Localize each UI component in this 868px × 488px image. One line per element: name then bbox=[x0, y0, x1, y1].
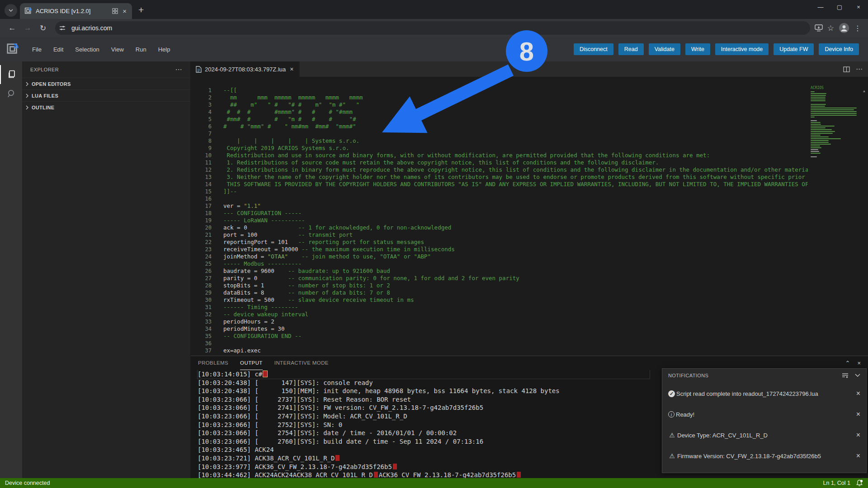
code-line: 20ack = 0 -- 1 for acknowledged, 0 for n… bbox=[191, 224, 808, 231]
line-number: 12 bbox=[191, 166, 212, 174]
install-app-icon[interactable] bbox=[815, 24, 823, 32]
code-line: 35-- CONFIGURATION END -- bbox=[191, 333, 808, 340]
editor-tab-close-icon[interactable]: × bbox=[289, 66, 294, 73]
minimap-line bbox=[811, 133, 833, 134]
browser-menu-icon[interactable]: ⋮ bbox=[854, 24, 862, 33]
notification-close-icon[interactable]: × bbox=[856, 389, 860, 398]
minimap-line bbox=[811, 111, 857, 112]
panel-tab-problems[interactable]: PROBLEMS bbox=[198, 356, 228, 370]
line-number: 22 bbox=[191, 239, 212, 246]
notification-close-icon[interactable]: × bbox=[856, 452, 860, 460]
browser-tab[interactable]: ACRIOS IDE [v1.2.0] × bbox=[20, 3, 132, 19]
menu-bar: FileEditSelectionViewRunHelp bbox=[27, 44, 175, 55]
write-button[interactable]: Write bbox=[685, 43, 710, 55]
notifications-title: NOTIFICATIONS bbox=[668, 373, 708, 378]
notification-close-icon[interactable]: × bbox=[856, 410, 860, 418]
minimap-line bbox=[811, 97, 826, 98]
code-text: ver = "1.1" bbox=[223, 202, 261, 210]
notification-item: ⚠Firmware Version: CV_FW_2.13.18-7-g42ab… bbox=[668, 446, 860, 466]
menu-view[interactable]: View bbox=[106, 44, 129, 55]
activity-explorer-button[interactable] bbox=[0, 65, 22, 84]
notification-item: ⚠Device Type: ACR_CV_101L_R_D× bbox=[668, 425, 860, 446]
disconnect-button[interactable]: Disconnect bbox=[574, 43, 613, 55]
line-number: 16 bbox=[191, 195, 212, 202]
minimap-line bbox=[811, 135, 821, 136]
clear-all-notifications-icon[interactable] bbox=[842, 373, 849, 378]
minimap[interactable]: ACRIOS bbox=[808, 77, 860, 356]
panel-close-icon[interactable]: × bbox=[857, 360, 861, 366]
notification-close-icon[interactable]: × bbox=[856, 431, 860, 439]
line-number: 28 bbox=[191, 282, 212, 289]
code-text: #mm# # # "m # # # "# bbox=[223, 116, 356, 123]
code-text: reportingPort = 101 -- reporting port fo… bbox=[223, 239, 424, 246]
info-icon: i bbox=[668, 411, 675, 418]
line-number: 4 bbox=[191, 108, 212, 116]
menu-file[interactable]: File bbox=[27, 44, 47, 55]
line-number: 21 bbox=[191, 231, 212, 239]
window-close-button[interactable]: × bbox=[849, 0, 868, 14]
notification-text: Firmware Version: CV_FW_2.13.18-7-g42ab7… bbox=[677, 453, 821, 460]
code-text: Copyright 2019 ACRIOS Systems s.r.o. bbox=[223, 145, 349, 152]
line-number: 1 bbox=[191, 87, 212, 94]
bookmark-star-icon[interactable]: ☆ bbox=[827, 23, 834, 33]
browser-toolbar-right: ☆ ⋮ bbox=[815, 23, 862, 33]
panel-maximize-icon[interactable]: ⌃ bbox=[845, 360, 850, 366]
minimap-line bbox=[811, 142, 829, 143]
acrios-logo-icon bbox=[6, 43, 19, 56]
activity-search-button[interactable] bbox=[0, 84, 22, 103]
status-cursor-position[interactable]: Ln 1, Col 1 bbox=[823, 480, 850, 486]
line-number: 9 bbox=[191, 145, 212, 152]
sidebar-section-open-editors[interactable]: OPEN EDITORS bbox=[22, 78, 190, 89]
reload-button[interactable]: ↻ bbox=[36, 21, 50, 35]
editor-tab[interactable]: 2024-09-27T08:03:43.797Z.lua × bbox=[191, 61, 300, 77]
sidebar-more-actions-icon[interactable]: ⋯ bbox=[175, 66, 182, 74]
code-line: 25----- Modbus ---------- bbox=[191, 260, 808, 267]
editor-tab-actions: ⋯ bbox=[843, 61, 868, 77]
menu-edit[interactable]: Edit bbox=[48, 44, 68, 55]
device-info-button[interactable]: Device Info bbox=[819, 43, 859, 55]
code-text: port = 100 -- transmit port bbox=[223, 231, 353, 239]
sidebar-section-outline[interactable]: OUTLINE bbox=[22, 101, 190, 113]
validate-button[interactable]: Validate bbox=[649, 43, 680, 55]
lua-file-icon bbox=[196, 66, 202, 73]
back-button[interactable]: ← bbox=[5, 21, 19, 35]
sidebar-section-lua-files[interactable]: LUA FILES bbox=[22, 89, 190, 101]
panel-tab-interactive-mode[interactable]: INTERACTIVE MODE bbox=[274, 356, 329, 370]
window-minimize-button[interactable]: — bbox=[811, 0, 830, 14]
tab-close-icon[interactable]: × bbox=[122, 7, 127, 15]
sidebar-section-label: OPEN EDITORS bbox=[32, 81, 71, 87]
tab-search-button[interactable] bbox=[5, 4, 17, 17]
window-restore-button[interactable]: ▢ bbox=[830, 0, 849, 14]
sidebar-header: EXPLORER ⋯ bbox=[22, 61, 190, 78]
menu-help[interactable]: Help bbox=[153, 44, 175, 55]
annotation-number: 8 bbox=[519, 36, 534, 66]
minimap-line bbox=[811, 91, 815, 92]
minimap-line bbox=[811, 156, 817, 157]
minimap-line bbox=[811, 95, 826, 96]
code-line: 27parity = 0 -- communication parity: 0 … bbox=[191, 275, 808, 282]
code-line: 37ex=api.exec bbox=[191, 347, 808, 354]
code-text: periodHours = 2 bbox=[223, 318, 274, 325]
code-line: 12 2. Redistributions in binary form mus… bbox=[191, 166, 808, 174]
activity-bar bbox=[0, 61, 22, 478]
code-line: 10 Redistribution and use in source and … bbox=[191, 152, 808, 159]
forward-button[interactable]: → bbox=[21, 21, 34, 35]
menu-run[interactable]: Run bbox=[131, 44, 151, 55]
editor-scrollbar[interactable]: ▴ bbox=[860, 77, 868, 356]
menu-selection[interactable]: Selection bbox=[70, 44, 104, 55]
editor-more-actions-icon[interactable]: ⋯ bbox=[856, 65, 863, 73]
interactive-mode-button[interactable]: Interactive mode bbox=[715, 43, 769, 55]
new-tab-button[interactable]: + bbox=[138, 5, 144, 15]
line-number: 10 bbox=[191, 152, 212, 159]
collapse-notifications-icon[interactable] bbox=[855, 374, 860, 377]
update-fw-button[interactable]: Update FW bbox=[774, 43, 814, 55]
site-settings-icon[interactable] bbox=[57, 23, 68, 33]
panel-tab-output[interactable]: OUTPUT bbox=[240, 356, 263, 370]
status-connection: Device connected bbox=[5, 480, 50, 486]
annotation-step-badge: 8 bbox=[506, 30, 547, 72]
split-editor-icon[interactable] bbox=[843, 66, 850, 72]
read-button[interactable]: Read bbox=[618, 43, 644, 55]
code-line: 17ver = "1.1" bbox=[191, 202, 808, 210]
profile-avatar[interactable] bbox=[839, 23, 849, 33]
notifications-bell-icon[interactable] bbox=[856, 479, 863, 487]
